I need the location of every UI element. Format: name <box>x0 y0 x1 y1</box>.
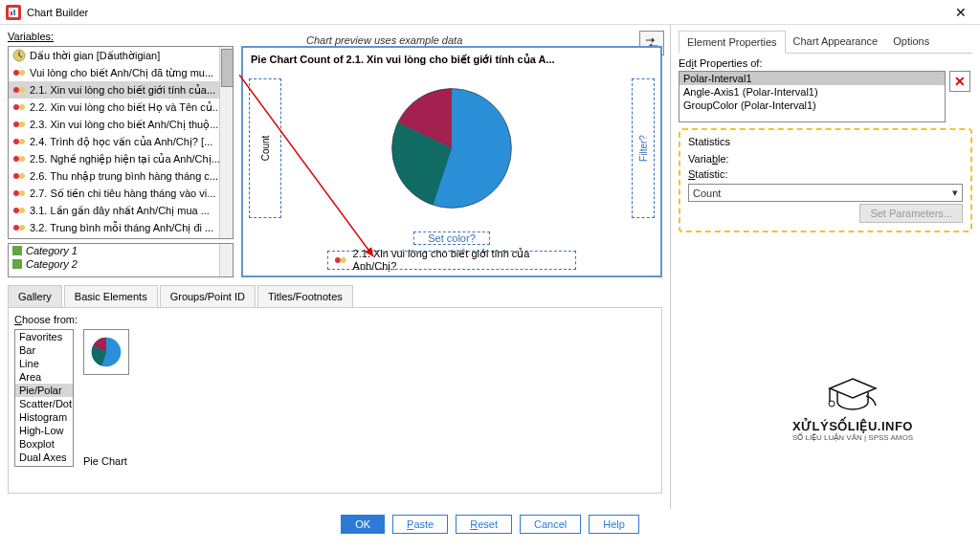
graduation-cap-icon <box>824 375 881 417</box>
statistic-select[interactable]: Count ▾ <box>688 184 963 202</box>
type-area[interactable]: Area <box>15 370 73 384</box>
list-item[interactable]: Angle-Axis1 (Polar-Interval1) <box>679 85 945 99</box>
nominal-icon <box>12 187 26 200</box>
list-item[interactable]: Polar-Interval1 <box>679 72 945 85</box>
pie-chart-thumbnail[interactable] <box>83 329 129 375</box>
list-item[interactable]: Dấu thời gian [Dấuthờigian] <box>9 47 233 64</box>
chevron-down-icon: ▾ <box>952 187 958 199</box>
svg-point-16 <box>19 156 25 162</box>
dialog-buttons: OK Paste Reset Cancel Help <box>0 509 980 540</box>
color-dropzone[interactable]: Set color? <box>413 231 490 245</box>
paste-button[interactable]: Paste <box>392 515 448 534</box>
variables-list[interactable]: Dấu thời gian [Dấuthờigian] Vui lòng cho… <box>8 46 234 239</box>
statistics-label: Statistics <box>688 136 963 147</box>
tab-options[interactable]: Options <box>885 31 937 53</box>
reset-button[interactable]: Reset <box>456 515 512 534</box>
svg-point-24 <box>19 225 25 231</box>
app-icon <box>6 5 21 20</box>
list-item[interactable]: 2.6. Thu nhập trung bình hàng tháng c... <box>9 167 233 185</box>
list-item[interactable]: 3.2. Trung bình mỗi tháng Anh/Chị đi ... <box>9 219 233 236</box>
list-item[interactable]: Vui lòng cho biết Anh/Chị đã từng mu... <box>9 64 233 81</box>
nominal-icon <box>12 83 26 97</box>
category-swatch-icon <box>12 259 22 269</box>
preview-hint: Chart preview uses example data <box>306 34 462 46</box>
help-button[interactable]: Help <box>589 515 639 534</box>
legend-dropzone[interactable]: 2.1. Xin vui lòng cho biết giới tính của… <box>327 251 576 270</box>
nominal-icon <box>12 66 26 79</box>
type-histogram[interactable]: Histogram <box>15 410 73 424</box>
tab-titles-footnotes[interactable]: Titles/Footnotes <box>257 285 353 307</box>
cancel-button[interactable]: Cancel <box>520 515 581 534</box>
svg-rect-3 <box>13 10 15 15</box>
list-item[interactable]: 3.1. Lần gần đây nhất Anh/Chị mua ... <box>9 202 233 219</box>
svg-point-13 <box>13 139 19 144</box>
y-axis-dropzone[interactable]: Count <box>249 78 281 218</box>
type-favorites[interactable]: Favorites <box>15 330 73 343</box>
thumbnail-label: Pie Chart <box>83 455 129 467</box>
type-dual-axes[interactable]: Dual Axes <box>15 451 73 464</box>
properties-tabs: Element Properties Chart Appearance Opti… <box>679 31 972 54</box>
nominal-icon <box>12 204 26 217</box>
type-bar[interactable]: Bar <box>15 343 73 357</box>
ok-button[interactable]: OK <box>341 515 385 534</box>
svg-point-17 <box>13 173 19 179</box>
svg-point-23 <box>13 225 19 231</box>
type-line[interactable]: Line <box>15 357 73 370</box>
delete-element-button[interactable]: ✕ <box>949 71 970 92</box>
nominal-icon <box>12 169 26 183</box>
svg-point-7 <box>13 87 19 93</box>
svg-point-27 <box>335 257 341 263</box>
window-title: Chart Builder <box>27 7 88 18</box>
list-item[interactable]: Category 1 <box>9 244 233 257</box>
close-icon[interactable]: ✕ <box>947 3 974 22</box>
tab-groups-point-id[interactable]: Groups/Point ID <box>160 285 256 307</box>
scrollbar[interactable] <box>219 244 233 276</box>
svg-point-15 <box>13 156 19 162</box>
pie-icon <box>89 335 123 369</box>
svg-point-11 <box>13 121 19 127</box>
scrollbar-thumb[interactable] <box>221 49 234 87</box>
svg-rect-2 <box>11 11 12 15</box>
categories-list[interactable]: Category 1 Category 2 <box>8 243 234 277</box>
gallery-body: Choose from: Favorites Bar Line Area Pie… <box>8 308 662 494</box>
nominal-icon <box>12 221 26 234</box>
svg-point-19 <box>13 190 19 196</box>
svg-point-28 <box>341 257 346 263</box>
elements-list[interactable]: Polar-Interval1 Angle-Axis1 (Polar-Inter… <box>679 71 946 122</box>
list-item[interactable]: 2.2. Xin vui lòng cho biết Họ và Tên củ.… <box>9 99 233 116</box>
choose-from-label: Choose from: <box>14 314 656 325</box>
nominal-icon <box>12 100 26 114</box>
chart-title: Pie Chart Count of 2.1. Xin vui lòng cho… <box>247 52 657 68</box>
svg-point-10 <box>19 104 25 110</box>
category-swatch-icon <box>12 246 22 255</box>
list-item[interactable]: 2.5. Nghề nghiệp hiện tại của Anh/Chị... <box>9 150 233 167</box>
nominal-icon <box>12 118 26 131</box>
svg-point-12 <box>19 121 25 127</box>
chart-type-list[interactable]: Favorites Bar Line Area Pie/Polar Scatte… <box>14 329 74 467</box>
nominal-icon <box>12 152 26 165</box>
type-high-low[interactable]: High-Low <box>15 424 73 437</box>
list-item[interactable]: GroupColor (Polar-Interval1) <box>679 99 945 112</box>
tab-chart-appearance[interactable]: Chart Appearance <box>786 31 886 53</box>
list-item[interactable]: Category 2 <box>9 257 233 271</box>
svg-point-9 <box>13 104 19 110</box>
svg-point-14 <box>19 139 25 144</box>
tab-element-properties[interactable]: Element Properties <box>679 31 786 54</box>
svg-point-8 <box>19 87 25 93</box>
list-item[interactable]: 2.3. Xin vui lòng cho biết Anh/Chị thuộ.… <box>9 116 233 133</box>
list-item[interactable]: 2.1. Xin vui lòng cho biết giới tính của… <box>9 81 233 99</box>
type-boxplot[interactable]: Boxplot <box>15 437 73 451</box>
tab-gallery[interactable]: Gallery <box>8 285 62 307</box>
variable-label: Variable: <box>688 153 729 165</box>
list-item[interactable]: 2.4. Trình độ học vấn của Anh/Chị? [... <box>9 133 233 150</box>
scrollbar[interactable] <box>219 47 233 238</box>
list-item[interactable]: 2.7. Số tiền chi tiêu hàng tháng vào vi.… <box>9 185 233 202</box>
nominal-icon <box>12 135 26 148</box>
tab-basic-elements[interactable]: Basic Elements <box>64 285 158 307</box>
edit-properties-of-label: Edit Properties of: <box>679 57 972 69</box>
set-parameters-button: Set Parameters... <box>859 204 963 223</box>
type-scatter[interactable]: Scatter/Dot <box>15 397 73 410</box>
chart-preview[interactable]: Pie Chart Count of 2.1. Xin vui lòng cho… <box>241 46 662 277</box>
filter-dropzone[interactable]: Filter? <box>632 78 655 218</box>
type-pie-polar[interactable]: Pie/Polar <box>15 384 73 397</box>
